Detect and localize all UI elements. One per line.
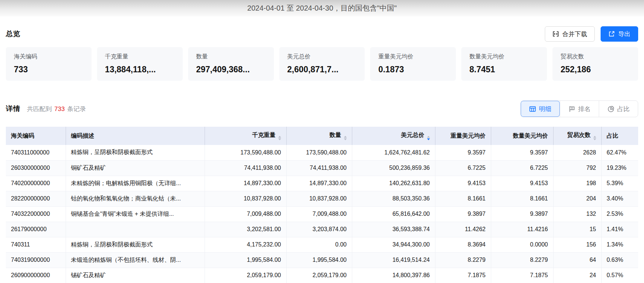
- cell-kg-weight: 14,897,330.00: [205, 176, 286, 191]
- cell-usd-per-qty: 9.3597: [491, 145, 553, 160]
- merge-cells-icon: [552, 31, 559, 37]
- cell-description: [66, 222, 205, 237]
- overview-title: 总览: [6, 29, 20, 39]
- column-label: 占比: [607, 133, 618, 139]
- cell-usd-per-qty: 8.1661: [491, 191, 553, 206]
- table-row: 260300000000铜矿石及精矿74,411,938.0074,411,93…: [6, 160, 638, 176]
- cell-usd-per-kg: 8.3694: [435, 237, 491, 252]
- tab-proportion[interactable]: 占比: [599, 101, 638, 117]
- cell-kg-weight: 3,202,581.00: [205, 222, 286, 237]
- summary-cards: 海关编码733千克重量13,884,118,...数量297,409,368..…: [6, 47, 638, 81]
- overview-actions: 合并下载 导出: [545, 26, 638, 42]
- cell-usd-per-qty: 11.4216: [491, 222, 553, 237]
- cell-usd-per-kg: 7.1875: [435, 268, 491, 283]
- card-value: 297,409,368...: [196, 65, 266, 74]
- cell-share: 0.57%: [601, 268, 638, 283]
- cell-usd-per-kg: 6.7225: [435, 160, 491, 176]
- column-header-hs-code: 海关编码: [6, 127, 66, 145]
- table-row: 740311000000精炼铜，呈阴极和阴极截面形式173,590,488.00…: [6, 145, 638, 160]
- cell-trade-count: 64: [553, 252, 601, 268]
- column-label: 千克重量: [252, 132, 276, 138]
- cell-trade-count: 15: [553, 222, 601, 237]
- table-row: 282200000000钴的氧化物和氢氧化物；商业氧化钴（未...10,837,…: [6, 191, 638, 206]
- match-count: 733: [54, 106, 65, 112]
- cell-share: 1.41%: [601, 222, 638, 237]
- column-label: 贸易次数: [567, 132, 591, 138]
- cell-description: 锡矿石及精矿: [66, 268, 205, 283]
- column-header-quantity[interactable]: 数量: [286, 127, 352, 145]
- cell-share: 62.47%: [601, 145, 638, 160]
- tab-label: 明细: [539, 105, 551, 113]
- table-row: 260900000000锡矿石及精矿2,059,179.002,059,179.…: [6, 268, 638, 283]
- cell-usd-per-qty: 9.4153: [491, 176, 553, 191]
- detail-header: 详情 共匹配到733条记录 明细排名占比: [6, 100, 638, 117]
- summary-card: 数量美元均价8.7451: [461, 47, 547, 81]
- column-header-trade-count[interactable]: 贸易次数: [553, 127, 601, 145]
- table-row: 740319000000未锻造的精炼铜（不包括坯料、线材、阴...1,995,5…: [6, 252, 638, 268]
- cell-description: 精炼铜，呈阴极和阴极截面形式: [66, 237, 205, 252]
- cell-kg-weight: 173,590,488.00: [205, 145, 286, 160]
- cell-usd-per-kg: 9.3897: [435, 206, 491, 222]
- cell-share: 19.23%: [601, 160, 638, 176]
- cell-quantity: 7,009,488.00: [286, 206, 352, 222]
- cell-trade-count: 198: [553, 176, 601, 191]
- card-value: 733: [14, 65, 84, 74]
- caret-up-icon: [427, 136, 430, 138]
- column-label: 海关编码: [11, 133, 34, 139]
- summary-card: 重量美元均价0.1873: [370, 47, 456, 81]
- cell-quantity: 0.00: [286, 237, 352, 252]
- caret-down-icon: [593, 138, 596, 140]
- tab-detail[interactable]: 明细: [521, 101, 560, 117]
- sort-icon[interactable]: [427, 136, 430, 140]
- cell-description: 钴的氧化物和氢氧化物；商业氧化钴（未...: [66, 191, 205, 206]
- cell-hs-code: 26179000000: [6, 222, 66, 237]
- caret-down-icon: [344, 138, 347, 140]
- cell-usd-per-kg: 9.4153: [435, 176, 491, 191]
- caret-down-icon: [278, 138, 281, 140]
- card-value: 252,186: [560, 65, 630, 74]
- summary-card: 贸易次数252,186: [552, 47, 638, 81]
- cell-hs-code: 260300000000: [6, 160, 66, 176]
- cell-quantity: 14,897,330.00: [286, 176, 352, 191]
- column-header-kg-weight[interactable]: 千克重量: [205, 127, 286, 145]
- cell-description: 铜锡基合金“青铜”未锻造 + 未提供详细...: [66, 206, 205, 222]
- merge-download-button[interactable]: 合并下载: [545, 26, 595, 42]
- sort-icon[interactable]: [593, 136, 596, 140]
- table-row: 740322000000铜锡基合金“青铜”未锻造 + 未提供详细...7,009…: [6, 206, 638, 222]
- summary-card: 数量297,409,368...: [188, 47, 274, 81]
- column-header-usd-per-qty: 数量美元均价: [491, 127, 553, 145]
- cell-trade-count: 24: [553, 268, 601, 283]
- tab-ranking[interactable]: 排名: [560, 101, 599, 117]
- column-header-usd-total[interactable]: 美元总价: [352, 127, 435, 145]
- table-row: 261790000003,202,581.003,203,874.0036,59…: [6, 222, 638, 237]
- cell-trade-count: 156: [553, 237, 601, 252]
- caret-up-icon: [593, 136, 596, 138]
- main-content: 总览 合并下载 导出: [0, 26, 644, 283]
- cell-share: 5.39%: [601, 176, 638, 191]
- card-value: 13,884,118,...: [105, 65, 175, 74]
- card-value: 2,600,871,7...: [287, 65, 357, 74]
- cell-usd-per-kg: 11.4262: [435, 222, 491, 237]
- cell-usd-total: 16,419,514.24: [352, 252, 435, 268]
- card-label: 千克重量: [105, 53, 175, 61]
- cell-usd-per-qty: 9.3897: [491, 206, 553, 222]
- cell-hs-code: 740322000000: [6, 206, 66, 222]
- table-row: 740311精炼铜，呈阴极和阴极截面形式4,175,232.000.0034,9…: [6, 237, 638, 252]
- cell-usd-total: 36,593,388.74: [352, 222, 435, 237]
- cell-hs-code: 282200000000: [6, 191, 66, 206]
- cell-description: 未精炼的铜；电解精炼用铜阳极（无详细...: [66, 176, 205, 191]
- table-head: 海关编码编码描述千克重量数量美元总价重量美元均价数量美元均价贸易次数占比: [6, 127, 638, 145]
- table-icon: [529, 106, 536, 112]
- cell-quantity: 1,995,584.00: [286, 252, 352, 268]
- cell-hs-code: 740311: [6, 237, 66, 252]
- cell-description: 未锻造的精炼铜（不包括坯料、线材、阴...: [66, 252, 205, 268]
- cell-usd-per-kg: 8.1661: [435, 191, 491, 206]
- export-button[interactable]: 导出: [601, 26, 638, 42]
- cell-share: 2.53%: [601, 206, 638, 222]
- sort-icon[interactable]: [278, 136, 281, 140]
- sort-icon[interactable]: [344, 136, 347, 140]
- cell-trade-count: 132: [553, 206, 601, 222]
- cell-trade-count: 204: [553, 191, 601, 206]
- cell-kg-weight: 4,175,232.00: [205, 237, 286, 252]
- ranking-icon: [569, 106, 575, 112]
